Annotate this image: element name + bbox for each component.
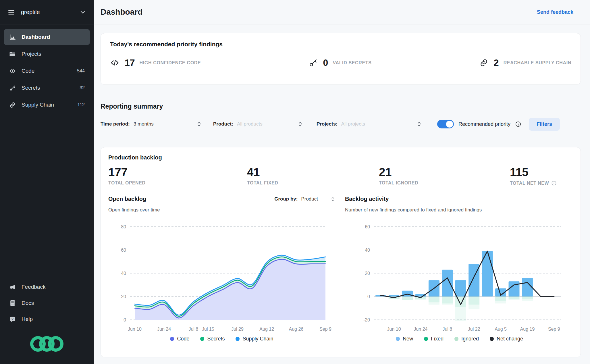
svg-text:60: 60 (121, 248, 126, 253)
legend-dot (200, 337, 204, 341)
priority-stats: 17 HIGH CONFIDENCE CODE 0 VALID SECRETS … (110, 57, 571, 68)
legend-dot (170, 337, 174, 341)
chevron-down-icon[interactable] (79, 9, 86, 16)
svg-text:Jul 8: Jul 8 (188, 327, 198, 332)
time-period-select[interactable]: Time period: 3 months (101, 121, 202, 127)
topbar: Dashboard Send feedback (94, 0, 590, 24)
legend-item[interactable]: Fixed (424, 336, 444, 342)
legend-label: Secrets (207, 336, 225, 342)
group-by-select[interactable]: Group by: Product (274, 196, 335, 202)
sidebar-item-supply-chain[interactable]: Supply Chain 112 (4, 97, 90, 113)
stat-high-confidence-code[interactable]: 17 HIGH CONFIDENCE CODE (110, 57, 201, 68)
stat-label: REACHABLE SUPPLY CHAIN (504, 60, 571, 66)
filter-label: Projects: (317, 121, 338, 127)
stat-value: 115 (510, 165, 573, 179)
svg-text:20: 20 (365, 271, 370, 276)
stat-valid-secrets[interactable]: 0 VALID SECRETS (309, 57, 372, 68)
sidebar-item-code[interactable]: Code 544 (4, 63, 90, 79)
sidebar-item-count: 112 (77, 102, 85, 107)
sidebar-item-projects[interactable]: Projects (4, 46, 90, 62)
book-icon (9, 300, 16, 307)
backlog-activity-section: Backlog activity Number of new findings … (345, 196, 574, 342)
backlog-activity-title: Backlog activity (345, 196, 389, 202)
legend-dot (236, 337, 240, 341)
stat-value: 41 (247, 165, 379, 179)
legend-label: Fixed (431, 336, 444, 342)
reporting-summary-heading: Reporting summary (101, 103, 581, 110)
legend-item[interactable]: Code (170, 336, 189, 342)
select-chevrons-icon (298, 121, 303, 127)
filters-button[interactable]: Filters (529, 118, 560, 131)
svg-text:Aug 26: Aug 26 (289, 327, 303, 332)
svg-text:Sep 9: Sep 9 (548, 327, 560, 332)
key-icon (9, 84, 16, 92)
megaphone-icon (9, 284, 16, 291)
link-icon (479, 58, 489, 68)
sidebar-item-label: Feedback (22, 284, 45, 290)
stat-total-ignored: 21 TOTAL IGNORED (379, 165, 510, 186)
stat-value: 2 (494, 57, 499, 68)
svg-text:Jun 24: Jun 24 (157, 327, 171, 332)
sidebar-item-help[interactable]: ? Help (4, 311, 90, 327)
svg-text:40: 40 (121, 271, 126, 276)
org-name: greptile (21, 9, 40, 16)
stat-total-net-new: 115 TOTAL NET NEW (510, 165, 573, 186)
stat-value: 177 (108, 165, 247, 179)
stat-value: 17 (125, 57, 135, 68)
projects-select[interactable]: Projects: All projects (317, 121, 422, 127)
legend-dot (454, 337, 458, 341)
info-icon[interactable] (515, 121, 521, 127)
content: Today's recommended priority findings 17… (94, 24, 590, 357)
stat-label: TOTAL OPENED (108, 180, 247, 186)
stat-total-fixed: 41 TOTAL FIXED (247, 165, 379, 186)
recommended-priority-toggle[interactable] (437, 120, 454, 128)
svg-text:20: 20 (121, 294, 126, 299)
svg-text:?: ? (11, 317, 14, 321)
hamburger-icon[interactable] (7, 8, 15, 16)
stat-reachable-supply-chain[interactable]: 2 REACHABLE SUPPLY CHAIN (479, 57, 571, 68)
toggle-knob (446, 121, 453, 128)
legend-item[interactable]: Ignored (454, 336, 479, 342)
help-icon: ? (9, 316, 16, 323)
svg-text:80: 80 (121, 224, 126, 229)
send-feedback-link[interactable]: Send feedback (537, 9, 573, 15)
legend-item[interactable]: Supply Chain (236, 336, 273, 342)
legend-item[interactable]: Secrets (200, 336, 225, 342)
sidebar: greptile Dashboard Projects Code 544 (0, 0, 94, 364)
svg-text:Jun 24: Jun 24 (414, 327, 427, 332)
code-icon (110, 58, 119, 68)
stat-total-opened: 177 TOTAL OPENED (108, 165, 247, 186)
info-icon[interactable] (551, 180, 557, 186)
priority-findings-card: Today's recommended priority findings 17… (101, 33, 581, 85)
priority-card-title: Today's recommended priority findings (110, 41, 571, 48)
open-backlog-title: Open backlog (108, 196, 146, 202)
sidebar-item-count: 32 (80, 85, 85, 90)
backlog-activity-subtitle: Number of new findings compared to fixed… (345, 207, 574, 213)
open-backlog-subtitle: Open findings over time (108, 207, 335, 213)
product-select[interactable]: Product: All products (213, 121, 303, 127)
sidebar-item-docs[interactable]: Docs (4, 295, 90, 311)
charts-row: Open backlog Group by: Product Open find… (108, 196, 573, 342)
svg-text:40: 40 (365, 248, 370, 253)
backlog-activity-chart: -200204060Jun 10Jun 24Jul 8Jul 22Aug 5Au… (345, 216, 574, 335)
key-icon (309, 58, 318, 68)
legend-label: Supply Chain (242, 336, 273, 342)
sidebar-item-label: Projects (22, 51, 41, 57)
stat-label: HIGH CONFIDENCE CODE (140, 60, 201, 66)
page-title: Dashboard (101, 7, 142, 17)
org-switcher[interactable]: greptile (0, 0, 94, 24)
svg-text:0: 0 (367, 294, 370, 299)
sidebar-item-dashboard[interactable]: Dashboard (4, 29, 90, 45)
legend-item[interactable]: Net change (490, 336, 523, 342)
legend-item[interactable]: New (396, 336, 413, 342)
sidebar-item-feedback[interactable]: Feedback (4, 279, 90, 295)
main: Dashboard Send feedback Today's recommen… (94, 0, 590, 364)
filter-label: Product: (213, 121, 233, 127)
stat-label: TOTAL FIXED (247, 180, 379, 186)
recommended-priority-toggle-group: Recommended priority (437, 120, 521, 128)
legend-dot (424, 337, 428, 341)
backlog-card-title: Production backlog (108, 154, 573, 161)
stat-label: TOTAL IGNORED (379, 180, 510, 186)
svg-text:Aug 12: Aug 12 (259, 327, 274, 332)
sidebar-item-secrets[interactable]: Secrets 32 (4, 80, 90, 96)
